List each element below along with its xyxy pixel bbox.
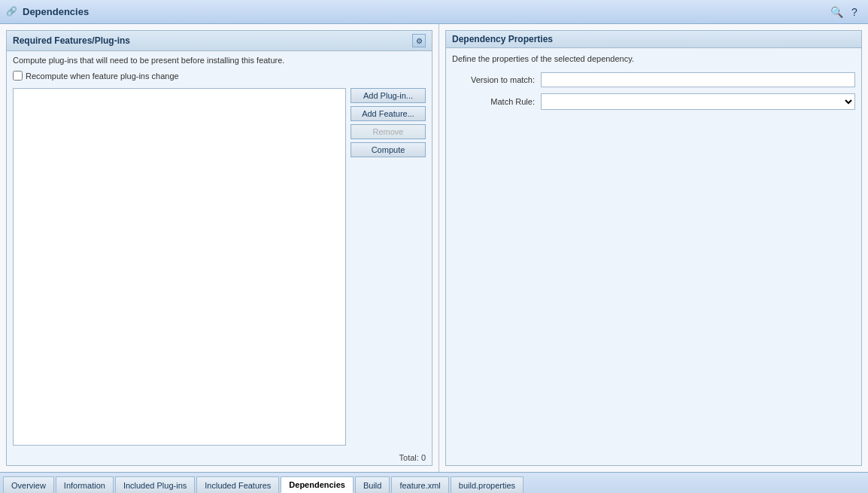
dep-properties-desc: Define the properties of the selected de… xyxy=(452,54,855,66)
dep-properties-header: Dependency Properties xyxy=(446,31,861,48)
add-feature-button[interactable]: Add Feature... xyxy=(351,106,426,121)
section-header: Required Features/Plug-ins ⚙ xyxy=(7,31,432,51)
list-buttons-area: Add Plug-in... Add Feature... Remove Com… xyxy=(7,85,432,452)
buttons-column: Add Plug-in... Add Feature... Remove Com… xyxy=(351,88,426,446)
version-row: Version to match: xyxy=(452,72,855,87)
add-plugin-button[interactable]: Add Plug-in... xyxy=(351,88,426,103)
title-bar: 🔗 Dependencies 🔍 ? xyxy=(0,0,868,24)
left-panel: Required Features/Plug-ins ⚙ Compute plu… xyxy=(0,24,439,472)
title-bar-right: 🔍 ? xyxy=(829,5,862,20)
match-rule-label: Match Rule: xyxy=(452,97,535,106)
total-count-label: Total: 0 xyxy=(7,452,432,465)
dep-properties-title: Dependency Properties xyxy=(452,34,553,44)
help-icon-button[interactable]: ? xyxy=(847,5,862,20)
tab-dependencies[interactable]: Dependencies xyxy=(281,476,354,493)
section-description: Compute plug-ins that will need to be pr… xyxy=(7,51,432,69)
version-input[interactable] xyxy=(541,72,855,87)
tab-overview[interactable]: Overview xyxy=(3,476,54,493)
tab-included-plugins[interactable]: Included Plug-ins xyxy=(115,476,195,493)
search-icon-button[interactable]: 🔍 xyxy=(829,5,844,20)
section-title: Required Features/Plug-ins xyxy=(13,35,130,46)
main-content: Required Features/Plug-ins ⚙ Compute plu… xyxy=(0,24,868,472)
plugin-list[interactable] xyxy=(13,88,346,446)
right-panel: Dependency Properties Define the propert… xyxy=(439,24,868,472)
tab-included-features[interactable]: Included Features xyxy=(196,476,279,493)
tab-build[interactable]: Build xyxy=(355,476,390,493)
recompute-label: Recompute when feature plug-ins change xyxy=(26,72,179,81)
title-bar-left: 🔗 Dependencies xyxy=(6,6,89,18)
tab-feature-xml[interactable]: feature.xml xyxy=(391,476,448,493)
dep-properties-content: Define the properties of the selected de… xyxy=(446,48,861,116)
tab-information[interactable]: Information xyxy=(56,476,114,493)
remove-button[interactable]: Remove xyxy=(351,124,426,139)
tab-bar: Overview Information Included Plug-ins I… xyxy=(0,472,868,493)
match-rule-select[interactable]: Compatible Equivalent Perfect Greater or… xyxy=(541,93,855,110)
recompute-checkbox[interactable] xyxy=(13,71,23,81)
dependencies-icon: 🔗 xyxy=(6,6,18,18)
tab-build-properties[interactable]: build.properties xyxy=(451,476,524,493)
recompute-checkbox-row: Recompute when feature plug-ins change xyxy=(7,69,432,85)
match-rule-row: Match Rule: Compatible Equivalent Perfec… xyxy=(452,93,855,110)
dependency-properties-section: Dependency Properties Define the propert… xyxy=(445,30,862,466)
version-label: Version to match: xyxy=(452,75,535,84)
required-features-section: Required Features/Plug-ins ⚙ Compute plu… xyxy=(6,30,432,466)
compute-button[interactable]: Compute xyxy=(351,142,426,157)
section-header-icon[interactable]: ⚙ xyxy=(412,34,426,47)
window-title: Dependencies xyxy=(23,6,89,17)
